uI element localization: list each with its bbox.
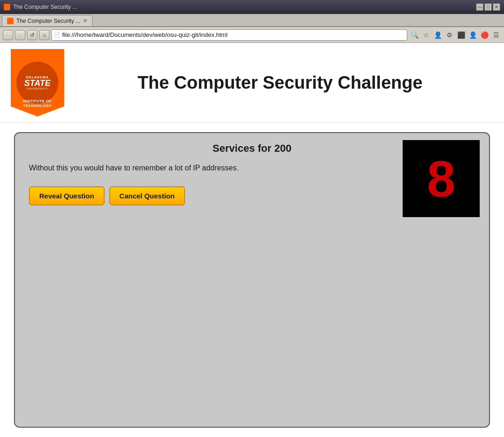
title-bar-buttons: ― □ ✕	[476, 3, 500, 11]
menu-button[interactable]: ☰	[491, 30, 501, 40]
browser-tab[interactable]: The Computer Security ... ✕	[2, 15, 92, 26]
profile-button[interactable]: 👤	[468, 30, 478, 40]
title-favicon	[4, 4, 10, 10]
browser-content: OKLAHOMA STATE UNIVERSITY INSTITUTE OFTE…	[0, 43, 504, 437]
screen-button[interactable]: ⬛	[456, 30, 466, 40]
minimize-button[interactable]: ―	[476, 3, 483, 11]
address-bar[interactable]	[62, 31, 405, 38]
osu-logo-inner: OKLAHOMA STATE UNIVERSITY	[16, 62, 58, 104]
title-label: The Computer Security ...	[13, 4, 77, 10]
osu-state-text: STATE	[24, 79, 50, 87]
home-button[interactable]: ⌂	[39, 30, 50, 40]
close-button[interactable]: ✕	[493, 3, 500, 11]
restore-button[interactable]: □	[484, 3, 492, 11]
tab-label: The Computer Security ...	[16, 18, 80, 24]
quiz-container: 8 Services for 200 Without this you woul…	[14, 132, 490, 428]
bookmark-button[interactable]: ☆	[421, 30, 431, 40]
tab-favicon-icon	[7, 18, 14, 24]
page-header: OKLAHOMA STATE UNIVERSITY INSTITUTE OFTE…	[0, 43, 504, 123]
settings-button[interactable]: ⚙	[444, 30, 454, 40]
reveal-question-button[interactable]: Reveal Question	[29, 186, 105, 205]
navigation-bar: ← → ↺ ⌂ 📄 🔍 ☆ 👤 ⚙ ⬛ 👤 🔴 ☰	[0, 27, 504, 43]
osu-bottom-text: INSTITUTE OFTECHNOLOGY	[23, 99, 51, 108]
search-button[interactable]: 🔍	[409, 30, 419, 40]
page-title: The Computer Security Challenge	[65, 73, 495, 93]
user-icon[interactable]: 👤	[433, 30, 443, 40]
osu-university-text: UNIVERSITY	[27, 87, 48, 90]
timer-box: 8	[403, 140, 480, 217]
address-bar-container: 📄	[51, 29, 407, 41]
page: OKLAHOMA STATE UNIVERSITY INSTITUTE OFTE…	[0, 43, 504, 437]
tab-close-icon[interactable]: ✕	[83, 18, 87, 24]
logo-container: OKLAHOMA STATE UNIVERSITY INSTITUTE OFTE…	[9, 48, 65, 118]
tab-bar: The Computer Security ... ✕	[0, 14, 504, 27]
addon-button[interactable]: 🔴	[479, 30, 490, 40]
timer-value: 8	[427, 153, 455, 204]
back-button[interactable]: ←	[3, 30, 13, 40]
forward-button[interactable]: →	[15, 30, 25, 40]
nav-right-icons: 🔍 ☆ 👤 ⚙ ⬛ 👤 🔴 ☰	[409, 30, 501, 40]
address-icon: 📄	[54, 32, 60, 38]
reload-button[interactable]: ↺	[27, 30, 37, 40]
browser-window: The Computer Security ... ― □ ✕ The Comp…	[0, 0, 504, 437]
title-bar: The Computer Security ... ― □ ✕	[0, 0, 504, 14]
osu-logo: OKLAHOMA STATE UNIVERSITY INSTITUTE OFTE…	[11, 49, 64, 117]
cancel-question-button[interactable]: Cancel Question	[109, 186, 185, 205]
